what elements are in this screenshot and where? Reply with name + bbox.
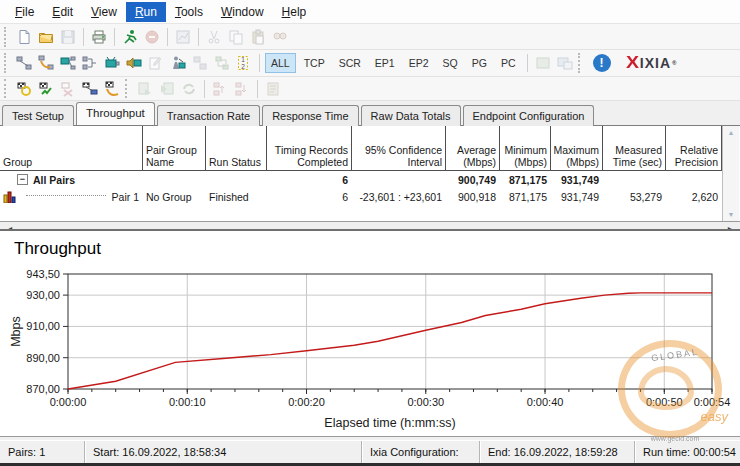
tab-raw-data-totals[interactable]: Raw Data Totals (361, 105, 461, 126)
protocol-button-pg[interactable]: PG (466, 53, 493, 73)
minimum-value: 871,175 (500, 171, 551, 188)
column-header-measured-time[interactable]: Measured Time (sec) (603, 126, 666, 171)
add-video-pair-icon[interactable] (102, 53, 122, 73)
relative-precision-value: 2,620 (666, 188, 722, 206)
maximum-value: 931,749 (551, 171, 603, 188)
svg-text:930,00: 930,00 (26, 289, 60, 301)
confidence-interval-value: -23,601 : +23,601 (352, 188, 446, 206)
average-value: 900,918 (446, 188, 500, 206)
column-header-relative-precision[interactable]: Relative Precision (666, 126, 722, 171)
column-header-pair-group-name[interactable]: Pair Group Name (143, 126, 206, 171)
toolbar-grip[interactable] (4, 27, 9, 47)
toolbar-grip[interactable] (4, 53, 9, 74)
compare-checked-icon[interactable] (36, 79, 56, 99)
pair-wizard-icon[interactable] (168, 53, 188, 73)
run-test-icon[interactable] (120, 27, 140, 47)
menu-edit[interactable]: Edit (43, 2, 82, 22)
scroll-down-icon[interactable]: ▼ (728, 208, 735, 221)
throughput-chart-panel: Throughput 0:00:000:00:100:00:200:00:300… (0, 229, 740, 437)
pair-up-icon (210, 79, 230, 99)
column-header-minimum[interactable]: Minimum (Mbps) (500, 126, 551, 171)
table-row-pair-1[interactable]: Pair 1 No Group Finished 6 -23,601 : +23… (0, 188, 722, 206)
compare-toolbar (0, 77, 740, 101)
throughput-line-chart: 0:00:000:00:100:00:200:00:300:00:400:00:… (0, 231, 740, 439)
group-label: All Pairs (33, 174, 75, 186)
collapse-expander-icon[interactable]: − (17, 174, 28, 185)
svg-text:870,00: 870,00 (26, 383, 60, 395)
status-start-time: Start: 16.09.2022, 18:58:34 (85, 441, 362, 463)
add-pair-group-icon[interactable] (80, 53, 100, 73)
tab-response-time[interactable]: Response Time (262, 105, 358, 126)
compare-dialup-icon[interactable] (102, 79, 122, 99)
protocol-button-tcp[interactable]: TCP (298, 53, 331, 73)
tree-connector (26, 195, 106, 196)
add-voip-pair-icon[interactable] (124, 53, 144, 73)
tab-transaction-rate[interactable]: Transaction Rate (157, 105, 260, 126)
protocol-button-sq[interactable]: SQ (437, 53, 464, 73)
endpoint-view-icon (533, 53, 553, 73)
renumber-pairs-icon[interactable]: 12 (234, 53, 254, 73)
open-test-icon[interactable] (36, 27, 56, 47)
import-results-icon (157, 79, 177, 99)
compare-two-runs-icon[interactable] (80, 79, 100, 99)
status-end-time: End: 16.09.2022, 18:59:28 (480, 441, 635, 463)
new-test-icon[interactable] (14, 27, 34, 47)
compare-remove-icon (58, 79, 78, 99)
standard-toolbar (0, 24, 740, 50)
tab-endpoint-configuration[interactable]: Endpoint Configuration (463, 105, 595, 126)
menu-run[interactable]: Run (126, 2, 166, 22)
menu-view[interactable]: View (82, 2, 126, 22)
scroll-up-icon[interactable]: ▲ (728, 126, 735, 139)
column-header-maximum[interactable]: Maximum (Mbps) (551, 126, 603, 171)
protocol-button-ep1[interactable]: EP1 (369, 53, 401, 73)
column-header-confidence[interactable]: 95% Confidence Interval (352, 126, 446, 171)
cut-icon (204, 27, 224, 47)
export-results-icon (135, 79, 155, 99)
protocol-filter-buttons: ALLTCPSCREP1EP2SQPGPC (264, 53, 523, 73)
menu-help[interactable]: Help (273, 2, 316, 22)
protocol-button-pc[interactable]: PC (495, 53, 522, 73)
menu-bar: FileEditViewRunToolsWindowHelp (0, 0, 740, 24)
toolbar-grip[interactable] (4, 79, 9, 97)
svg-text:Elapsed time (h:mm:ss): Elapsed time (h:mm:ss) (324, 416, 455, 430)
svg-text:Mbps: Mbps (9, 316, 23, 347)
svg-text:0:00:50: 0:00:50 (646, 396, 683, 408)
timing-records-value: 6 (267, 188, 352, 206)
svg-text:0:00:10: 0:00:10 (169, 396, 206, 408)
add-pair-icon[interactable] (14, 53, 34, 73)
svg-text:0:00:20: 0:00:20 (288, 396, 325, 408)
protocol-button-ep2[interactable]: EP2 (403, 53, 435, 73)
menu-file[interactable]: File (6, 2, 43, 22)
compare-results-icon[interactable] (14, 79, 34, 99)
add-dialup-pair-icon[interactable] (36, 53, 56, 73)
svg-text:0:00:00: 0:00:00 (50, 396, 87, 408)
status-ixia-configuration: Ixia Configuration: (362, 441, 480, 463)
table-vertical-scrollbar[interactable]: ▲ ▼ (722, 126, 739, 221)
protocol-button-all[interactable]: ALL (265, 53, 296, 73)
pair-down-icon (232, 79, 252, 99)
column-header-timing-records[interactable]: Timing Records Completed (267, 126, 352, 171)
ixia-x-mark: X (626, 53, 640, 73)
svg-text:0:00:30: 0:00:30 (407, 396, 444, 408)
svg-text:2: 2 (241, 63, 245, 70)
column-header-run-status[interactable]: Run Status (206, 126, 267, 171)
protocol-button-scr[interactable]: SCR (333, 53, 367, 73)
svg-text:943,50: 943,50 (26, 268, 60, 280)
print-icon[interactable] (89, 27, 109, 47)
tab-throughput[interactable]: Throughput (76, 102, 155, 125)
table-row-all-pairs[interactable]: − All Pairs 6 900,749 871,175 931,749 (0, 171, 722, 188)
about-info-button[interactable]: ! (593, 54, 611, 72)
run-status-value: Finished (206, 188, 267, 206)
ixia-logo: X IXIA ® (627, 53, 678, 73)
stop-test-icon (142, 27, 162, 47)
refresh-results-icon (179, 79, 199, 99)
menu-window[interactable]: Window (212, 2, 273, 22)
add-multicast-pair-icon[interactable] (58, 53, 78, 73)
tab-test-setup[interactable]: Test Setup (2, 105, 74, 126)
menu-tools[interactable]: Tools (166, 2, 212, 22)
column-header-average[interactable]: Average (Mbps) (446, 126, 500, 171)
pair-label: Pair 1 (112, 191, 139, 203)
timing-records-value: 6 (267, 171, 352, 188)
column-header-group[interactable]: Group (0, 126, 143, 171)
console-icon (555, 53, 575, 73)
